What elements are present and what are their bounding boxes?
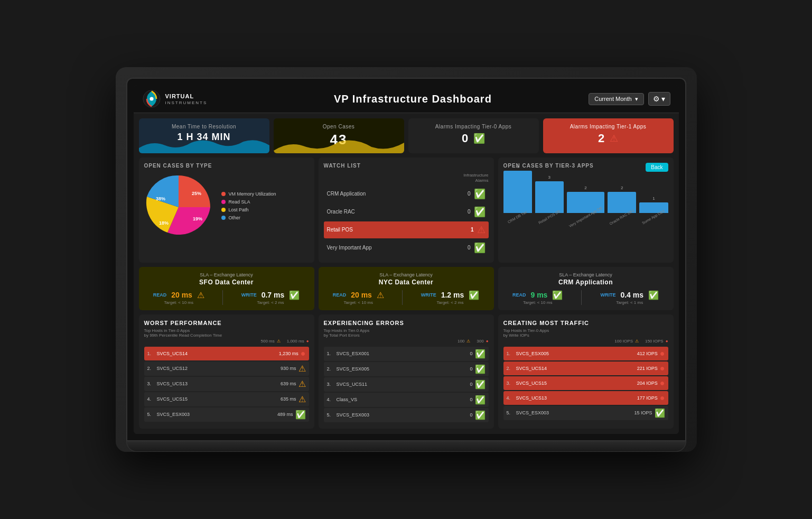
kpi-value-tier0: 0 bbox=[462, 132, 469, 145]
legend-dot-yellow bbox=[221, 208, 226, 212]
watchlist-count-crm: 0 bbox=[464, 191, 471, 197]
sla-sfo-write-icon: ✅ bbox=[289, 290, 300, 300]
bar-label-5: 1 bbox=[652, 196, 655, 201]
sla-nyc-read-icon: ⚠ bbox=[377, 290, 384, 300]
legend-dot-blue bbox=[221, 216, 226, 220]
sla-sfo-title: SLA – Exchange Latency bbox=[144, 272, 309, 277]
bar-group-2: 3 Retail POS DB bbox=[535, 175, 564, 219]
svg-point-1 bbox=[150, 97, 153, 101]
sla-sfo-write-label: WRITE bbox=[241, 292, 257, 298]
watchlist-status-vip: ✅ bbox=[474, 242, 486, 254]
bar-chart: 4 CRM DB Tier 3 Retail POS DB 2 bbox=[503, 177, 668, 230]
sla-sfo-read-label: READ bbox=[153, 292, 167, 298]
watchlist-header: InfrastructureAlarms bbox=[324, 173, 489, 183]
sla-crm-read-label: READ bbox=[512, 292, 526, 298]
errors-row-4: 4. Class_VS 0 ✅ bbox=[324, 393, 489, 407]
sla-crm-write-value: 0.4 ms bbox=[620, 291, 643, 299]
watchlist-count-retail: 1 bbox=[468, 227, 474, 233]
legend-other: Other bbox=[221, 215, 276, 220]
bar-label-2: 3 bbox=[548, 175, 550, 180]
sla-sfo-read: READ 20 ms ⚠ Target: < 10 ms bbox=[153, 290, 204, 305]
bar-group-1: 4 CRM DB Tier bbox=[503, 164, 532, 219]
screen-bezel: VIRTUAL INSTRUMENTS VP Infrastructure Da… bbox=[126, 78, 686, 441]
worst-limit-1: 500 ms ⚠ bbox=[261, 339, 281, 344]
sla-sfo-read-target: Target: < 10 ms bbox=[164, 300, 193, 305]
worst-row-4: 4. SVCS_UCS15 635 ms ⚠ bbox=[144, 392, 309, 406]
legend-lost-path: Lost Path bbox=[221, 207, 276, 212]
pie-chart: 25% 19% 18% 38% bbox=[144, 173, 213, 242]
traffic-subtitle: Top Hosts in Tier-0 Appsby Write IOPs bbox=[503, 328, 668, 338]
sla-crm-write: WRITE 0.4 ms ✅ Target: < 1 ms bbox=[600, 290, 659, 305]
errors-row-3: 3. SVCS_UCS11 0 ✅ bbox=[324, 377, 489, 392]
errors-panel: EXPERIENCING ERRORS Top Hosts in Tier-0 … bbox=[319, 314, 494, 429]
errors-limit-1: 100 ⚠ bbox=[458, 339, 470, 344]
period-dropdown[interactable]: Current Month ▾ bbox=[589, 93, 643, 105]
kpi-title-mttr: Mean Time to Resolution bbox=[146, 124, 262, 129]
logo-icon bbox=[142, 89, 161, 108]
laptop-frame: VIRTUAL INSTRUMENTS VP Infrastructure Da… bbox=[116, 67, 697, 451]
traffic-limit-1: 100 IOPS ⚠ bbox=[614, 339, 639, 344]
watchlist-name-oracle: Oracle RAC bbox=[327, 209, 355, 215]
back-button[interactable]: Back bbox=[646, 163, 668, 172]
watchlist-name-retail: Retail POS bbox=[327, 227, 353, 233]
bar-group-4: 2 Oracle RAC DB1 bbox=[608, 186, 636, 219]
sla-sfo-write-value: 0.7 ms bbox=[262, 291, 285, 299]
open-cases-type-panel: OPEN CASES BY TYPE bbox=[139, 157, 314, 262]
errors-row-1: 1. SVCS_ESX001 0 ✅ bbox=[324, 347, 489, 361]
legend-read-sla: Read SLA bbox=[221, 199, 276, 205]
sla-crm-write-target: Target: < 1 ms bbox=[616, 300, 643, 305]
sla-crm-metrics: READ 9 ms ✅ Target: < 10 ms WRITE bbox=[503, 290, 668, 305]
sla-row: SLA – Exchange Latency SFO Data Center R… bbox=[139, 267, 674, 310]
wave-bg-blue bbox=[139, 137, 269, 153]
bar-label-4: 2 bbox=[621, 186, 623, 190]
errors-limits: 100 ⚠ 300 ● bbox=[324, 339, 489, 344]
header-controls: Current Month ▾ ⚙ ▾ bbox=[589, 92, 670, 106]
legend-vm-memory: VM Memory Utilization bbox=[221, 191, 276, 197]
worst-row-3: 3. SVCS_UCS13 639 ms ⚠ bbox=[144, 377, 309, 391]
bar-rect-2 bbox=[535, 181, 564, 213]
sla-sfo-subtitle: SFO Data Center bbox=[144, 279, 309, 286]
sla-sfo-metrics: READ 20 ms ⚠ Target: < 10 ms WRITE bbox=[144, 290, 309, 305]
kpi-card-tier1: Alarms Impacting Tier-1 Apps 2 ⚠ bbox=[543, 118, 674, 153]
traffic-row-1: 1. SVCS_ESX005 412 IOPS ● bbox=[503, 347, 668, 360]
worst-perf-title: WORST PERFORMANCE bbox=[144, 320, 309, 326]
sla-crm-write-label: WRITE bbox=[600, 292, 615, 298]
traffic-title: CREATING MOST TRAFFIC bbox=[503, 320, 668, 326]
sla-crm-read-icon: ✅ bbox=[552, 290, 563, 300]
traffic-row-5: 5. SVCS_ESX003 15 IOPS ✅ bbox=[503, 406, 668, 420]
sla-nyc-read-target: Target: < 10 ms bbox=[344, 300, 373, 305]
worst-perf-limits: 500 ms ⚠ 1,000 ms ● bbox=[144, 339, 309, 344]
svg-text:25%: 25% bbox=[192, 191, 201, 196]
sla-nyc-write-value: 1.2 ms bbox=[441, 291, 464, 299]
sla-sfo: SLA – Exchange Latency SFO Data Center R… bbox=[139, 267, 314, 310]
errors-row-5: 5. SVCS_ESX003 0 ✅ bbox=[324, 408, 489, 422]
errors-limit-2: 300 ● bbox=[477, 339, 488, 344]
errors-subtitle: Top Hosts in Tier-0 Appsby Total Port Er… bbox=[324, 328, 489, 338]
sla-sfo-read-value: 20 ms bbox=[171, 291, 192, 299]
open-cases-type-title: OPEN CASES BY TYPE bbox=[144, 163, 309, 169]
bar-label-1: 4 bbox=[516, 164, 518, 169]
traffic-panel: CREATING MOST TRAFFIC Top Hosts in Tier-… bbox=[498, 314, 674, 429]
sla-crm-title: SLA – Exchange Latency bbox=[503, 272, 668, 277]
traffic-row-3: 3. SVCS_UCS15 204 IOPS ● bbox=[503, 376, 668, 390]
sla-sfo-write: WRITE 0.7 ms ✅ Target: < 2 ms bbox=[241, 290, 300, 305]
watchlist-row-crm: CRM Application 0 ✅ bbox=[324, 186, 489, 202]
settings-button[interactable]: ⚙ ▾ bbox=[648, 92, 670, 106]
watchlist-count-oracle: 0 bbox=[464, 209, 471, 215]
sla-nyc-read-label: READ bbox=[333, 292, 347, 298]
kpi-value-row-tier0: 0 ✅ bbox=[416, 132, 531, 145]
pie-svg: 25% 19% 18% 38% bbox=[144, 173, 213, 242]
logo-area: VIRTUAL INSTRUMENTS bbox=[142, 89, 237, 108]
kpi-row: Mean Time to Resolution 1 H 34 MIN Open … bbox=[139, 118, 674, 153]
sla-nyc-write-target: Target: < 2 ms bbox=[437, 300, 464, 305]
kpi-title-opencases: Open Cases bbox=[281, 124, 397, 129]
legend-dot-red bbox=[221, 192, 226, 196]
kpi-card-tier0: Alarms Impacting Tier-0 Apps 0 ✅ bbox=[408, 118, 539, 153]
sla-divider-nyc bbox=[402, 290, 403, 305]
sla-divider-sfo bbox=[222, 290, 223, 305]
traffic-limit-2: 150 IOPS ● bbox=[645, 339, 668, 344]
wave-bg-yellow bbox=[274, 137, 404, 153]
sla-sfo-write-target: Target: < 2 ms bbox=[257, 300, 284, 305]
header: VIRTUAL INSTRUMENTS VP Infrastructure Da… bbox=[134, 85, 679, 113]
bottom-row: WORST PERFORMANCE Top Hosts in Tier-0 Ap… bbox=[139, 314, 674, 429]
